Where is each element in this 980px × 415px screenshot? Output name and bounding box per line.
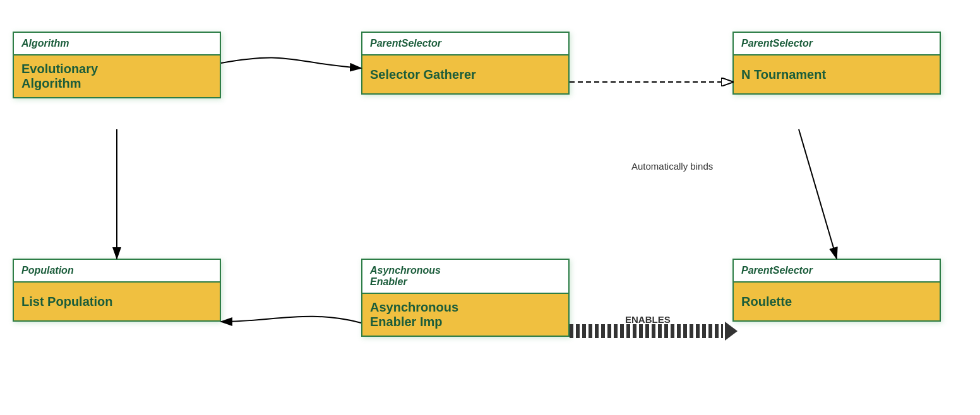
box-async-enabler-body: Asynchronous Enabler Imp [362,294,568,336]
box-evolutionary-algorithm-body: Evolutionary Algorithm [14,56,220,97]
box-selector-gatherer-header: ParentSelector [362,33,568,56]
label-enables: ENABLES [625,314,671,325]
box-n-tournament-header: ParentSelector [734,33,940,56]
box-roulette: ParentSelector Roulette [732,259,941,322]
label-auto-binds: Automatically binds [631,161,713,172]
box-list-population: Population List Population [13,259,221,322]
arrow-nt-to-roulette [799,129,837,259]
box-n-tournament: ParentSelector N Tournament [732,32,941,95]
box-selector-gatherer: ParentSelector Selector Gatherer [361,32,570,95]
diagram-container: Algorithm Evolutionary Algorithm ParentS… [0,0,980,415]
box-roulette-body: Roulette [734,283,940,320]
arrow-ea-to-sg [221,57,361,68]
box-list-population-body: List Population [14,283,220,320]
box-evolutionary-algorithm: Algorithm Evolutionary Algorithm [13,32,221,98]
box-selector-gatherer-body: Selector Gatherer [362,56,568,93]
box-n-tournament-body: N Tournament [734,56,940,93]
box-evolutionary-algorithm-header: Algorithm [14,33,220,56]
box-roulette-header: ParentSelector [734,260,940,283]
box-list-population-header: Population [14,260,220,283]
box-async-enabler-header: Asynchronous Enabler [362,260,568,294]
enables-arrow-head [725,322,738,341]
arrow-aei-to-lp [221,317,361,323]
box-async-enabler: Asynchronous Enabler Asynchronous Enable… [361,259,570,337]
